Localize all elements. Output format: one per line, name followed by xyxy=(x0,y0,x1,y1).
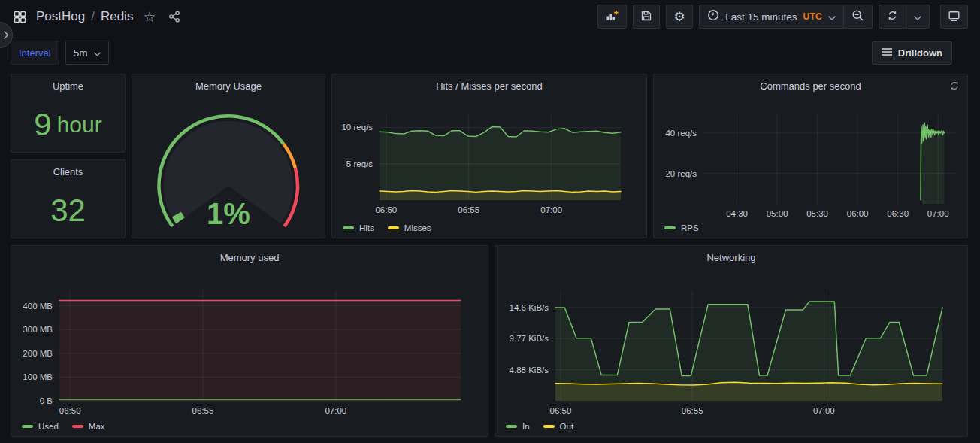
x-axis-tick-label: 07:00 xyxy=(813,406,835,415)
time-picker-group: Last 15 minutes UTC xyxy=(699,5,873,29)
y-axis-tick-label: 20 req/s xyxy=(665,169,697,178)
favorite-star-icon[interactable]: ☆ xyxy=(140,8,159,26)
legend-item-used[interactable]: Used xyxy=(22,422,59,431)
toolbar: ⚙ Last 15 minutes UTC xyxy=(597,5,968,29)
clients-stat-value: 32 xyxy=(11,183,125,238)
dashboards-grid-icon[interactable] xyxy=(11,9,29,25)
networking-chart[interactable]: 4.88 KiB/s9.77 KiB/s14.6 KiB/s06:5006:55… xyxy=(555,290,942,401)
clock-icon xyxy=(707,9,719,24)
dashboard-settings-button[interactable]: ⚙ xyxy=(666,5,693,29)
panel-hits-misses: Hits / Misses per second 5 req/s10 req/s… xyxy=(331,74,647,238)
y-axis-tick-label: 300 MB xyxy=(23,325,53,334)
hits-misses-chart[interactable]: 5 req/s10 req/s06:5006:5507:00 xyxy=(380,115,621,200)
legend-item-hits[interactable]: Hits xyxy=(343,223,374,232)
legend-item-max[interactable]: Max xyxy=(72,422,105,431)
gear-icon: ⚙ xyxy=(674,11,685,23)
breadcrumb-app[interactable]: PostHog xyxy=(36,9,85,24)
interval-label-text: Interval xyxy=(19,47,51,59)
legend: HitsMisses xyxy=(343,223,431,232)
drilldown-button[interactable]: Drilldown xyxy=(872,41,952,65)
legend-label: RPS xyxy=(681,223,699,232)
monitor-icon xyxy=(948,10,960,24)
timezone-badge: UTC xyxy=(803,11,822,22)
legend-item-rps[interactable]: RPS xyxy=(664,223,699,232)
commands-chart[interactable]: 20 req/s40 req/s04:3005:0005:3006:0006:3… xyxy=(703,114,955,204)
memory-used-chart[interactable]: 0 B100 MB200 MB300 MB400 MB06:5006:5507:… xyxy=(59,290,461,401)
refresh-icon xyxy=(887,10,898,24)
legend-label: Out xyxy=(560,422,574,431)
panel-memory-usage: Memory Usage 1% xyxy=(132,74,325,238)
interval-variable-select[interactable]: 5m xyxy=(65,41,110,65)
memory-usage-gauge: 1% xyxy=(142,94,315,232)
grafana-dashboard: PostHog / Redis ☆ xyxy=(0,0,980,443)
y-axis-tick-label: 0 B xyxy=(40,396,53,405)
interval-value: 5m xyxy=(74,47,88,59)
kiosk-mode-button[interactable] xyxy=(940,5,968,29)
y-axis-tick-label: 5 req/s xyxy=(346,159,373,168)
panel-title[interactable]: Memory used xyxy=(11,246,488,269)
legend-item-in[interactable]: In xyxy=(506,422,530,431)
legend-color-dash xyxy=(388,226,399,229)
hamburger-icon xyxy=(882,47,892,59)
breadcrumb-separator: / xyxy=(91,9,95,24)
y-axis-tick-label: 40 req/s xyxy=(665,129,697,138)
chevron-right-icon xyxy=(4,29,9,42)
y-axis-tick-label: 14.6 KiB/s xyxy=(510,303,549,312)
y-axis-tick-label: 10 req/s xyxy=(341,123,373,132)
legend-label: Hits xyxy=(359,223,374,232)
legend-label: Misses xyxy=(404,223,431,232)
legend-color-dash xyxy=(664,226,676,229)
legend: InOut xyxy=(506,422,573,431)
legend-item-misses[interactable]: Misses xyxy=(388,223,431,232)
uptime-stat-value: 9 hour xyxy=(11,97,125,152)
panel-title[interactable]: Networking xyxy=(495,246,967,269)
panel-clients: Clients 32 xyxy=(11,159,126,238)
save-dashboard-button[interactable] xyxy=(633,5,660,29)
star-glyph: ☆ xyxy=(143,10,156,24)
panel-title[interactable]: Hits / Misses per second xyxy=(332,74,646,97)
breadcrumb: PostHog / Redis xyxy=(36,9,133,24)
panel-title[interactable]: Clients xyxy=(11,160,125,183)
x-axis-tick-label: 06:55 xyxy=(458,205,479,214)
x-axis-tick-label: 06:55 xyxy=(682,406,703,415)
zoom-out-time-button[interactable] xyxy=(843,5,872,28)
x-axis-tick-label: 05:30 xyxy=(806,209,828,218)
panel-refresh-spinner-icon xyxy=(949,80,960,94)
x-axis-tick-label: 06:50 xyxy=(59,406,81,415)
interval-variable-label[interactable]: Interval xyxy=(11,41,59,65)
y-axis-tick-label: 100 MB xyxy=(23,372,53,381)
legend-color-dash xyxy=(343,226,354,229)
header: PostHog / Redis ☆ xyxy=(0,0,980,33)
legend-color-dash xyxy=(506,425,517,428)
add-panel-icon xyxy=(605,10,619,24)
breadcrumb-page: Redis xyxy=(101,9,133,24)
legend-item-out[interactable]: Out xyxy=(543,422,574,431)
zoom-out-icon xyxy=(851,9,864,25)
legend: UsedMax xyxy=(22,422,105,431)
stat-number: 32 xyxy=(50,195,86,226)
refresh-group xyxy=(879,5,930,29)
x-axis-tick-label: 06:50 xyxy=(375,205,397,214)
x-axis-tick-label: 06:30 xyxy=(887,209,909,218)
share-icon[interactable] xyxy=(165,9,183,24)
x-axis-tick-label: 07:00 xyxy=(325,406,346,415)
panel-networking: Networking 4.88 KiB/s9.77 KiB/s14.6 KiB/… xyxy=(495,245,968,437)
stat-number: 9 xyxy=(34,109,51,141)
y-axis-tick-label: 9.77 KiB/s xyxy=(510,334,549,343)
y-axis-tick-label: 400 MB xyxy=(23,302,53,311)
sub-toolbar: Interval 5m Drilldown xyxy=(11,41,952,65)
panel-title[interactable]: Commands per second xyxy=(654,74,967,97)
add-panel-button[interactable] xyxy=(597,5,627,29)
panel-commands-per-second: Commands per second 20 req/s40 req/s04:3… xyxy=(653,74,968,238)
panel-title[interactable]: Uptime xyxy=(11,74,125,97)
gauge-value: 1% xyxy=(142,197,315,231)
legend-color-dash xyxy=(543,425,555,428)
legend: RPS xyxy=(664,223,699,232)
x-axis-tick-label: 04:30 xyxy=(726,209,748,218)
chevron-down-icon xyxy=(828,10,836,23)
panel-uptime: Uptime 9 hour xyxy=(11,74,126,153)
refresh-dashboard-button[interactable] xyxy=(879,5,906,28)
refresh-interval-dropdown[interactable] xyxy=(906,5,929,28)
legend-color-dash xyxy=(22,425,33,428)
time-range-picker[interactable]: Last 15 minutes UTC xyxy=(700,5,843,28)
